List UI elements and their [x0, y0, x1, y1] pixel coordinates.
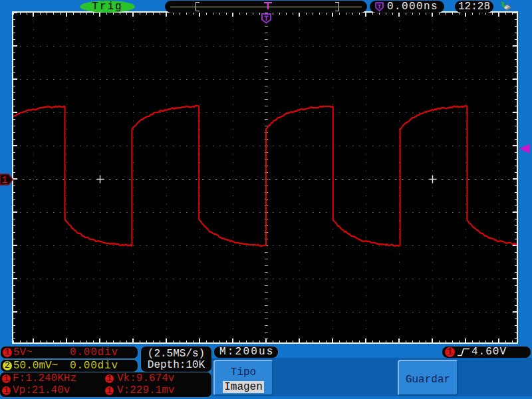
svg-text:1: 1: [2, 175, 7, 186]
